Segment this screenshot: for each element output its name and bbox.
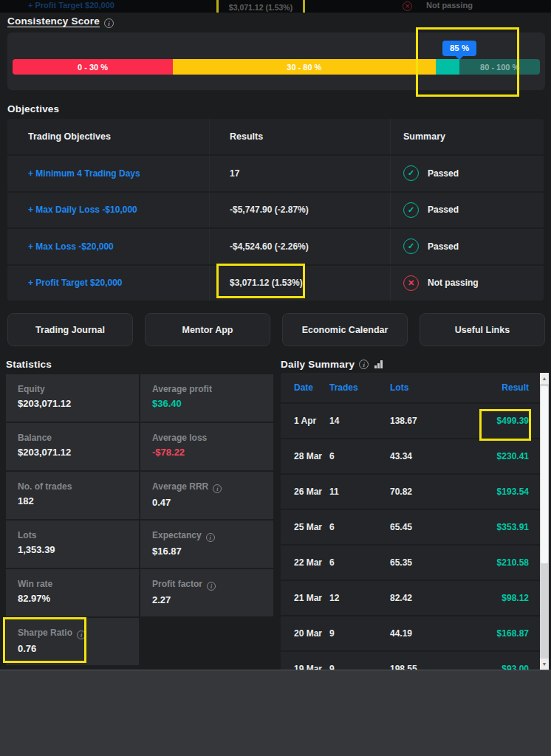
daily-result: $499.39: [464, 416, 550, 426]
stat-value: $36.40: [152, 398, 273, 409]
objective-status: Passed: [428, 168, 459, 179]
dimmed-status-text: Not passing: [426, 1, 473, 10]
daily-header-lots[interactable]: Lots: [390, 382, 464, 393]
scrollbar-down-icon[interactable]: ▼: [540, 659, 549, 670]
profit-factor-info-icon[interactable]: i: [207, 582, 216, 591]
gauge-value-tooltip: 85 %: [442, 41, 476, 56]
passed-check-icon: ✓: [403, 202, 419, 218]
daily-trades: 9: [329, 664, 390, 670]
stat-label: Lots: [18, 530, 139, 540]
dimmed-not-passing-icon: ✕: [403, 1, 412, 11]
daily-trades: 9: [329, 628, 390, 639]
objective-link-max-daily-loss[interactable]: + Max Daily Loss -$10,000: [28, 205, 137, 215]
daily-trades: 6: [329, 557, 390, 568]
objectives-header-results: Results: [209, 119, 390, 154]
consistency-score-heading: Consistency Scorei: [7, 14, 114, 28]
objectives-title: Objectives: [7, 103, 59, 114]
stat-label: No. of trades: [18, 481, 139, 492]
stat-label: Average RRRi: [152, 481, 273, 493]
consistency-score-title: Consistency Score: [7, 16, 100, 27]
scrollbar-up-icon[interactable]: ▲: [540, 373, 549, 384]
sharpe-ratio-info-icon[interactable]: i: [77, 630, 86, 639]
gauge-segment-mid: 30 - 80 %: [173, 59, 436, 75]
stat-win-rate: Win rate 82.97%: [6, 569, 139, 616]
useful-links-button[interactable]: Useful Links: [420, 313, 545, 346]
footer-area: [0, 670, 551, 756]
stat-label: Balance: [18, 433, 139, 443]
average-rrr-info-icon[interactable]: i: [213, 484, 222, 493]
daily-date: 26 Mar: [281, 487, 329, 497]
daily-header-date[interactable]: Date: [281, 382, 329, 393]
daily-lots: 65.45: [390, 522, 464, 532]
objective-link-max-loss[interactable]: + Max Loss -$20,000: [28, 241, 114, 252]
gauge-segment-low: 0 - 30 %: [13, 59, 173, 75]
daily-header-result[interactable]: Result: [464, 382, 550, 393]
daily-row-20-mar: 20 Mar 9 44.19 $168.87: [281, 615, 550, 650]
objective-link-min-trading-days[interactable]: + Minimum 4 Trading Days: [28, 168, 140, 179]
stat-value: 82.97%: [18, 593, 139, 604]
objective-result: -$4,524.60 (-2.26%): [230, 241, 309, 252]
daily-row-28-mar: 28 Mar 6 43.34 $230.41: [281, 438, 550, 473]
stat-lots: Lots 1,353.39: [6, 520, 139, 568]
stat-value: $203,071.12: [18, 398, 139, 409]
stat-expectancy: Expectancyi $16.87: [140, 520, 273, 568]
stat-label: Expectancyi: [152, 530, 273, 542]
stat-value: 0.47: [152, 497, 273, 508]
daily-row-26-mar: 26 Mar 11 70.82 $193.54: [281, 473, 550, 509]
objective-row-profit-target: + Profit Target $20,000 $3,071.12 (1.53%…: [7, 264, 544, 301]
daily-row-21-mar: 21 Mar 12 82.42 $98.12: [281, 580, 550, 615]
objective-link-profit-target[interactable]: + Profit Target $20,000: [28, 278, 123, 288]
statistics-title: Statistics: [6, 359, 52, 370]
daily-summary-table: Date Trades Lots Result 1 Apr 14 138.67 …: [281, 373, 550, 670]
daily-summary-header-row: Date Trades Lots Result: [281, 373, 550, 402]
objective-status: Not passing: [428, 278, 479, 288]
daily-summary-title: Daily Summary: [281, 359, 355, 370]
stat-value: $16.87: [152, 546, 273, 557]
objective-row-min-trading-days: + Minimum 4 Trading Days 17 ✓ Passed: [7, 154, 544, 191]
objective-result: 17: [230, 168, 239, 179]
daily-trades: 12: [329, 593, 390, 603]
stat-label: Win rate: [18, 579, 139, 589]
stat-average-profit: Average profit $36.40: [140, 374, 273, 422]
gauge-segment-low-label: 0 - 30 %: [78, 63, 108, 72]
daily-summary-scrollbar[interactable]: ▲ ▼: [540, 373, 549, 670]
stat-balance: Balance $203,071.12: [6, 423, 139, 470]
daily-row-1-apr: 1 Apr 14 138.67 $499.39: [281, 402, 550, 438]
stat-label: Equity: [18, 384, 139, 394]
daily-date: 1 Apr: [281, 416, 329, 426]
daily-lots: 43.34: [390, 451, 464, 461]
mentor-app-button[interactable]: Mentor App: [145, 313, 270, 346]
daily-trades: 6: [329, 522, 390, 532]
daily-row-19-mar: 19 Mar 9 198.55 $93.00: [281, 650, 550, 670]
stat-profit-factor: Profit factori 2.27: [140, 569, 273, 616]
daily-summary-info-icon[interactable]: i: [359, 360, 369, 369]
objective-status: Passed: [428, 205, 459, 215]
daily-result: $230.41: [464, 451, 550, 461]
stat-value: -$78.22: [152, 447, 273, 458]
economic-calendar-button[interactable]: Economic Calendar: [282, 313, 408, 346]
stat-average-loss: Average loss -$78.22: [140, 423, 273, 470]
daily-date: 19 Mar: [281, 664, 329, 670]
daily-result: $353.91: [464, 522, 550, 532]
daily-result: $98.12: [464, 593, 550, 603]
scrollbar-thumb[interactable]: [541, 386, 548, 563]
objective-row-max-loss: + Max Loss -$20,000 -$4,524.60 (-2.26%) …: [7, 227, 544, 264]
daily-lots: 65.35: [390, 557, 464, 568]
stat-average-rrr: Average RRRi 0.47: [140, 472, 273, 519]
daily-result: $210.58: [464, 557, 550, 568]
trading-dashboard: + Profit Target $20,000 $3,071.12 (1.53%…: [0, 0, 551, 756]
daily-header-trades[interactable]: Trades: [329, 382, 390, 393]
objectives-header-summary: Summary: [390, 119, 544, 154]
daily-date: 25 Mar: [281, 522, 329, 532]
daily-lots: 82.42: [390, 593, 464, 603]
stat-label: Average loss: [152, 433, 273, 443]
stat-equity: Equity $203,071.12: [6, 374, 139, 422]
gauge-segment-mid-label: 30 - 80 %: [287, 63, 321, 72]
daily-trades: 11: [329, 487, 390, 497]
passed-check-icon: ✓: [403, 165, 419, 181]
expectancy-info-icon[interactable]: i: [206, 533, 215, 542]
consistency-info-icon[interactable]: i: [104, 18, 114, 28]
daily-summary-heading: Daily Summary i: [281, 359, 383, 370]
trading-journal-button[interactable]: Trading Journal: [7, 313, 133, 346]
bar-chart-icon[interactable]: [374, 360, 383, 368]
